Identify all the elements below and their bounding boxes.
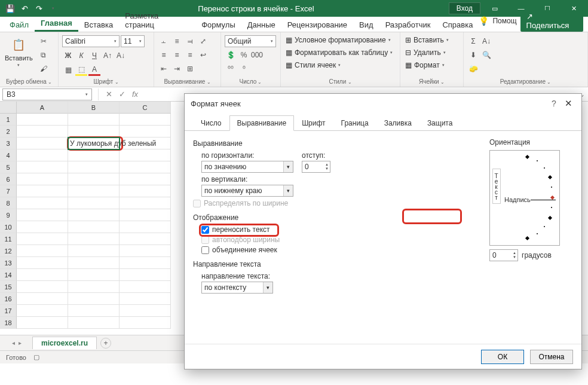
comma-icon[interactable]: 000 [251, 49, 263, 61]
row-header[interactable]: 6 [0, 173, 17, 185]
cell[interactable] [17, 233, 68, 245]
cell[interactable] [17, 197, 68, 209]
cell[interactable] [68, 317, 120, 329]
decrease-decimal-icon[interactable]: ⁰ [238, 63, 250, 75]
dlg-tab-border[interactable]: Граница [333, 115, 376, 131]
cell[interactable] [68, 281, 120, 293]
cell[interactable] [120, 233, 171, 245]
tab-developer[interactable]: Разработчик [379, 18, 437, 32]
row-header[interactable]: 8 [0, 197, 17, 209]
cell[interactable] [120, 305, 171, 317]
italic-icon[interactable]: К [75, 50, 87, 62]
fill-color-icon[interactable]: ⬚ [75, 64, 87, 76]
cell-styles-button[interactable]: ▦Стили ячеек▾ [284, 60, 394, 70]
cancel-formula-icon[interactable]: ✕ [102, 88, 115, 101]
row-header[interactable]: 14 [0, 269, 17, 281]
cell[interactable] [68, 257, 120, 269]
cell[interactable] [17, 293, 68, 305]
col-header[interactable]: B [68, 102, 120, 114]
wrap-text-icon[interactable]: ↩ [197, 49, 209, 61]
decrease-indent-icon[interactable]: ⇤ [158, 63, 170, 75]
cell[interactable] [120, 197, 171, 209]
row-header[interactable]: 12 [0, 245, 17, 257]
share-button[interactable]: ↗ Поделиться [520, 10, 583, 32]
increase-font-icon[interactable]: A↑ [102, 50, 114, 62]
cell[interactable] [17, 305, 68, 317]
align-middle-icon[interactable]: ≡ [171, 35, 183, 47]
dlg-tab-number[interactable]: Число [193, 115, 229, 131]
cell[interactable] [17, 221, 68, 233]
conditional-formatting-button[interactable]: ▦Условное форматирование▾ [284, 35, 394, 45]
font-size-combo[interactable]: 11▾ [121, 35, 145, 47]
redo-icon[interactable]: ↷ [32, 2, 45, 15]
insert-cells-button[interactable]: ⊞Вставить▾ [404, 35, 450, 45]
cut-icon[interactable]: ✂ [38, 35, 50, 47]
tell-me-icon[interactable]: 💡 [479, 16, 489, 26]
clear-icon[interactable]: 🧽 [467, 63, 479, 75]
cell[interactable] [68, 245, 120, 257]
tab-formulas[interactable]: Формулы [195, 18, 241, 32]
cell[interactable] [17, 257, 68, 269]
qat-customize-icon[interactable]: ▾ [47, 2, 60, 15]
tab-home[interactable]: Главная [35, 16, 78, 32]
copy-icon[interactable]: ⧉ [38, 49, 50, 61]
dialog-help-icon[interactable]: ? [547, 99, 561, 108]
col-header[interactable]: C [120, 102, 171, 114]
cell[interactable]: У лукоморья дуб зеленый [68, 138, 120, 149]
col-header[interactable]: A [17, 102, 68, 114]
combo-vertical[interactable]: по нижнему краю▾ [201, 185, 293, 197]
tab-insert[interactable]: Вставка [78, 18, 119, 32]
fx-icon[interactable]: fx [128, 88, 142, 101]
increase-decimal-icon[interactable]: ⁰⁰ [225, 63, 237, 75]
align-top-icon[interactable]: ⫠ [158, 35, 170, 47]
cell[interactable] [120, 317, 171, 329]
spin-degrees[interactable]: 0▲▼ [489, 249, 518, 261]
cell[interactable] [68, 173, 120, 185]
cell[interactable] [68, 221, 120, 233]
paste-button[interactable]: 📋 Вставить ▾ [4, 35, 34, 69]
cell[interactable] [17, 161, 68, 173]
cell[interactable] [120, 149, 171, 161]
underline-icon[interactable]: Ч [88, 50, 100, 62]
row-header[interactable]: 15 [0, 281, 17, 293]
cell[interactable] [17, 126, 68, 138]
cell[interactable] [17, 114, 68, 126]
combo-horizontal[interactable]: по значению▾ [201, 161, 293, 173]
cell[interactable] [120, 257, 171, 269]
cell[interactable] [68, 185, 120, 197]
align-center-icon[interactable]: ≡ [171, 49, 183, 61]
row-header[interactable]: 5 [0, 161, 17, 173]
orientation-icon[interactable]: ⤢ [197, 35, 209, 47]
undo-icon[interactable]: ↶ [18, 2, 31, 15]
format-painter-icon[interactable]: 🖌 [38, 63, 50, 75]
cell[interactable] [120, 221, 171, 233]
font-color-icon[interactable]: A [88, 64, 100, 76]
align-right-icon[interactable]: ≡ [184, 49, 196, 61]
cell[interactable] [120, 209, 171, 221]
merge-icon[interactable]: ⊞ [184, 63, 196, 75]
new-sheet-button[interactable]: + [100, 338, 111, 349]
delete-cells-button[interactable]: ⊟Удалить▾ [404, 48, 450, 57]
row-header[interactable]: 16 [0, 293, 17, 305]
row-header[interactable]: 18 [0, 317, 17, 329]
orientation-vertical-text[interactable]: Текст [492, 169, 501, 204]
dlg-tab-alignment[interactable]: Выравнивание [229, 115, 295, 131]
cell[interactable] [17, 317, 68, 329]
autosum-icon[interactable]: Σ [467, 35, 479, 47]
cell[interactable] [17, 185, 68, 197]
tab-file[interactable]: Файл [4, 18, 35, 32]
cell[interactable] [120, 114, 171, 126]
cell[interactable] [68, 269, 120, 281]
cell[interactable] [17, 209, 68, 221]
sheet-nav-prev-icon[interactable]: ◂ [12, 340, 15, 346]
orientation-wheel[interactable]: Текст Надпись [489, 150, 560, 246]
ok-button[interactable]: ОК [481, 350, 524, 364]
cancel-button[interactable]: Отмена [530, 350, 573, 364]
row-header[interactable]: 17 [0, 305, 17, 317]
bold-icon[interactable]: Ж [62, 50, 74, 62]
tab-view[interactable]: Вид [353, 18, 379, 32]
login-button[interactable]: Вход [449, 2, 480, 14]
borders-icon[interactable]: ▦ [62, 64, 74, 76]
row-header[interactable]: 11 [0, 233, 17, 245]
cell[interactable] [68, 233, 120, 245]
